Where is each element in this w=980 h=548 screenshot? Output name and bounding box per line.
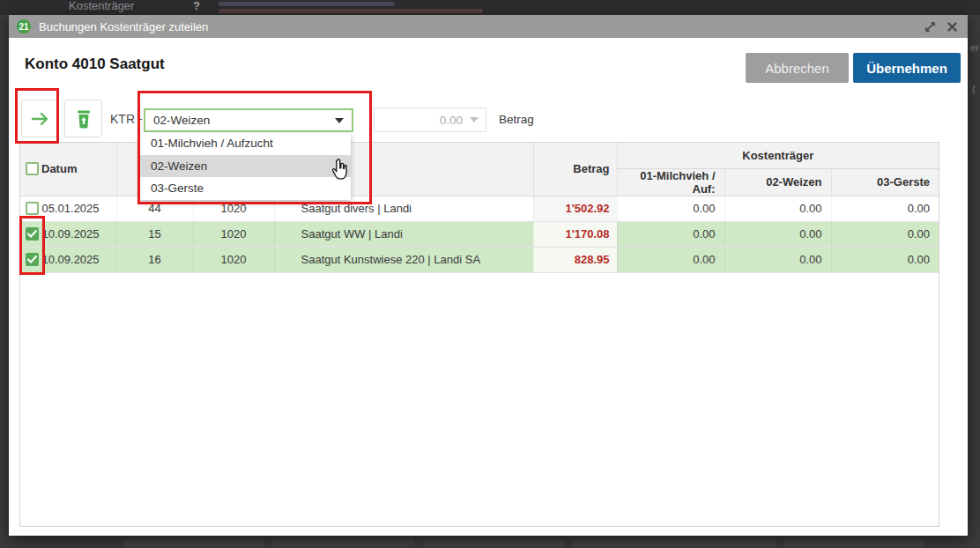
cell-ktr2: 0.00 <box>724 247 831 272</box>
cell-datum: 05.01.2025 <box>41 196 116 221</box>
maximize-icon[interactable] <box>924 20 937 33</box>
column-header-ktr1: 01-Milchvieh / Auf: <box>617 168 724 196</box>
row-checkbox[interactable] <box>26 202 39 215</box>
blurred-cell <box>123 539 264 547</box>
cell-konto: 1020 <box>193 247 274 272</box>
cell-ktr1: 0.00 <box>617 247 724 272</box>
cell-ktr1: 0.00 <box>617 196 724 221</box>
cell-nr: 16 <box>116 247 193 272</box>
cursor-pointer-icon <box>328 159 351 183</box>
cell-ktr3: 0.00 <box>831 221 939 247</box>
background-text-fragment: er <box>970 42 979 53</box>
ktr-label: KTR - <box>110 112 143 126</box>
cell-ktr3: 0.00 <box>831 247 939 272</box>
blurred-cell <box>273 539 414 547</box>
selected-cost-center: 02-Weizen <box>153 114 210 127</box>
arrow-right-icon <box>31 111 50 127</box>
assign-cost-center-dialog: 21 Buchungen Kostenträger zuteilen Konto… <box>9 15 968 536</box>
dropdown-option-3[interactable]: 03-Gerste <box>140 177 351 200</box>
cancel-button[interactable]: Abbrechen <box>746 53 849 83</box>
count-badge: 21 <box>17 19 31 33</box>
cell-text: Saatgut Kunstwiese 220 | Landi SA <box>274 247 533 272</box>
cell-datum: 10.09.2025 <box>41 247 116 272</box>
header-checkbox-cell <box>20 143 41 196</box>
blurred-text <box>219 2 395 6</box>
cell-konto: 1020 <box>193 221 274 247</box>
cell-nr: 15 <box>116 221 193 247</box>
cell-betrag: 1'502.92 <box>533 196 617 221</box>
dialog-titlebar: 21 Buchungen Kostenträger zuteilen <box>9 15 968 38</box>
amount-value: 0.00 <box>440 114 463 127</box>
cell-ktr2: 0.00 <box>724 221 831 247</box>
blurred-text <box>219 9 483 13</box>
table-row-selected[interactable]: 10.09.2025 16 1020 Saatgut Kunstwiese 22… <box>20 247 939 272</box>
amount-input[interactable]: 0.00 <box>374 107 486 132</box>
background-app-strip: Kostenträger ? <box>0 0 980 15</box>
cell-betrag: 1'170.08 <box>533 221 617 247</box>
cell-text: Saatgut WW | Landi <box>274 221 533 247</box>
check-icon <box>27 255 37 263</box>
amount-spinner-icon <box>470 117 479 122</box>
chevron-down-icon <box>335 118 344 123</box>
cell-datum: 10.09.2025 <box>41 221 116 247</box>
dialog-title: Buchungen Kostenträger zuteilen <box>39 20 208 33</box>
cell-betrag: 828.95 <box>533 247 617 272</box>
row-checkbox-checked[interactable] <box>26 227 39 241</box>
apply-button[interactable]: Übernehmen <box>853 53 961 83</box>
background-text-fragment: ( <box>972 84 976 94</box>
table-row-selected[interactable]: 10.09.2025 15 1020 Saatgut WW | Landi 1'… <box>20 221 939 247</box>
cell-ktr1: 0.00 <box>617 221 724 247</box>
column-header-datum: Datum <box>41 143 116 196</box>
account-heading: Konto 4010 Saatgut <box>25 56 165 73</box>
select-all-checkbox[interactable] <box>26 162 39 175</box>
trash-restore-icon <box>75 109 93 129</box>
dropdown-option-2-highlighted[interactable]: 02-Weizen <box>140 155 351 178</box>
cell-ktr3: 0.00 <box>831 196 939 221</box>
assign-arrow-button[interactable] <box>21 100 59 137</box>
check-icon <box>27 230 37 238</box>
column-group-kostentraeger: Kostenträger <box>617 143 939 168</box>
cost-center-dropdown-list: 01-Milchvieh / Aufzucht 02-Weizen 03-Ger… <box>140 132 351 200</box>
column-header-ktr3: 03-Gerste <box>831 168 939 196</box>
help-icon: ? <box>193 0 200 12</box>
amount-label: Betrag <box>499 113 534 126</box>
cell-ktr2: 0.00 <box>724 196 831 221</box>
blurred-cell <box>784 539 925 547</box>
row-checkbox-checked[interactable] <box>26 253 39 266</box>
blurred-cell <box>423 539 564 547</box>
close-icon[interactable] <box>946 20 959 33</box>
dropdown-option-1[interactable]: 01-Milchvieh / Aufzucht <box>140 132 351 155</box>
column-header-ktr2: 02-Weizen <box>724 168 831 196</box>
blurred-cell <box>573 539 776 547</box>
column-header-betrag: Betrag <box>533 143 617 196</box>
cost-center-select[interactable]: 02-Weizen <box>144 108 353 132</box>
remove-assignment-button[interactable] <box>64 100 102 137</box>
background-tab-kostentraeger: Kostenträger <box>69 0 134 12</box>
